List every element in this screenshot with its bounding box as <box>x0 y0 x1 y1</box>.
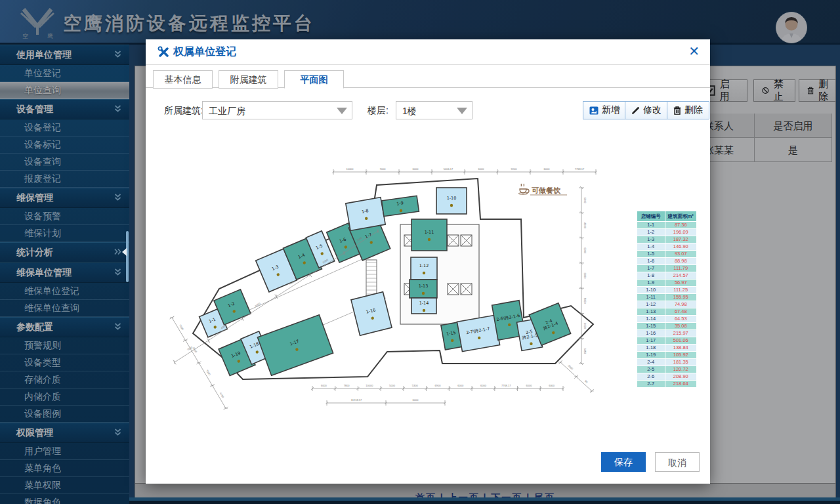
add-button[interactable]: 新增 <box>583 101 627 119</box>
area-row-1-5: 1-593.07 <box>637 251 696 258</box>
property-unit-dialog: 权属单位登记 ✕ 基本信息附属建筑平面图 所属建筑: 工业厂房 楼层: 1楼 新… <box>146 39 710 484</box>
cancel-button[interactable]: 取消 <box>655 452 700 472</box>
area-row-1-6: 1-688.98 <box>637 258 696 265</box>
area-row-1-4: 1-4146.90 <box>637 243 696 251</box>
svg-text:6000: 6000 <box>321 384 327 387</box>
shop-area-table: 店铺编号建筑面积m²1-187.361-2196.091-3187.321-41… <box>637 211 696 388</box>
dimension-line: 10000700060005006.176000590060007768.17 <box>332 167 597 175</box>
room-1-14[interactable]: 1-14 <box>411 298 436 314</box>
area-row-1-9: 1-956.97 <box>637 280 696 287</box>
trash-icon <box>673 106 681 115</box>
room-1-11[interactable]: 1-11 <box>411 219 447 251</box>
building-label: 所属建筑: <box>164 105 203 117</box>
floor-label: 楼层: <box>368 105 388 117</box>
room-1-8[interactable]: 1-8 <box>346 198 385 231</box>
sidebar-collapse-arrow-icon[interactable] <box>122 248 127 256</box>
room-1-10[interactable]: 1-10 <box>436 188 467 214</box>
tools-icon <box>158 46 170 58</box>
svg-text:6000: 6000 <box>583 247 587 254</box>
chevron-down-icon <box>337 108 347 114</box>
svg-text:7800: 7800 <box>344 384 350 387</box>
svg-text:6000: 6000 <box>478 167 485 171</box>
application-window: 空 鹰 空鹰消防设备远程监控平台 使用单位管理单位登记单位查询设备管理设备登记设… <box>0 0 840 504</box>
svg-text:4800: 4800 <box>583 222 587 229</box>
svg-text:6000: 6000 <box>549 384 555 387</box>
chevron-down-icon <box>457 108 467 114</box>
dialog-tabs: 基本信息附属建筑平面图 <box>153 70 344 89</box>
svg-text:50: 50 <box>584 379 589 384</box>
area-col-size: 建筑面积m² <box>665 211 696 222</box>
svg-text:5300: 5300 <box>412 384 419 387</box>
svg-text:6000: 6000 <box>583 198 587 204</box>
area-row-1-17: 1-17501.06 <box>637 337 696 345</box>
svg-text:11918.57: 11918.57 <box>351 398 362 402</box>
dimension-line: 6000780010000500053006900600060007768.17… <box>311 384 564 392</box>
tab-附属建筑[interactable]: 附属建筑 <box>219 70 278 89</box>
area-row-1-16: 1-16215.97 <box>637 330 696 337</box>
delete-button[interactable]: 删除 <box>667 101 709 119</box>
svg-text:7768.17: 7768.17 <box>501 384 511 387</box>
svg-text:1-14: 1-14 <box>419 301 429 306</box>
area-row-2-5: 2-5120.72 <box>637 366 696 373</box>
svg-text:6000: 6000 <box>526 384 532 387</box>
close-icon[interactable]: ✕ <box>688 43 700 59</box>
svg-text:1-12: 1-12 <box>419 263 429 268</box>
svg-text:1-11: 1-11 <box>425 230 434 235</box>
area-row-1-12: 1-1274.98 <box>637 301 696 308</box>
dialog-title: 权属单位登记 <box>173 45 236 59</box>
area-row-1-19: 1-19105.92 <box>637 352 696 359</box>
floor-select[interactable]: 1楼 <box>396 101 472 119</box>
svg-text:7768.17: 7768.17 <box>575 167 585 171</box>
svg-text:6000: 6000 <box>583 323 587 329</box>
svg-text:6000: 6000 <box>544 167 551 171</box>
area-row-1-11: 1-11155.95 <box>637 294 696 301</box>
area-row-1-13: 1-1367.48 <box>637 308 696 316</box>
area-row-1-15: 1-1535.08 <box>637 323 696 330</box>
area-row-2-7: 2-7218.64 <box>637 381 696 388</box>
area-row-1-10: 1-10111.25 <box>637 287 696 294</box>
tab-平面图[interactable]: 平面图 <box>284 70 344 89</box>
svg-text:6000: 6000 <box>480 384 487 387</box>
svg-text:6000: 6000 <box>413 167 419 171</box>
dimension-line: 11918.576000 <box>326 398 446 406</box>
svg-text:5000: 5000 <box>389 384 396 387</box>
room-1-12[interactable]: 1-12 <box>411 257 437 280</box>
svg-text:1-9: 1-9 <box>396 200 404 206</box>
area-row-1-14: 1-1464.53 <box>637 316 696 323</box>
add-image-icon <box>589 106 598 115</box>
building-select[interactable]: 工业厂房 <box>202 101 352 119</box>
area-row-1-7: 1-7111.79 <box>637 265 696 272</box>
svg-text:6900: 6900 <box>435 384 442 387</box>
svg-text:10000: 10000 <box>366 384 373 387</box>
svg-text:5900: 5900 <box>511 167 518 171</box>
area-col-shop: 店铺编号 <box>637 211 665 222</box>
area-row-1-8: 1-8214.57 <box>637 272 696 280</box>
area-row-2-4: 2-4181.35 <box>637 359 696 366</box>
room-1-13[interactable]: 1-13 <box>410 280 437 298</box>
svg-text:6000: 6000 <box>457 384 464 387</box>
svg-text:5006.17: 5006.17 <box>444 167 453 171</box>
svg-text:6000: 6000 <box>583 273 587 280</box>
svg-text:6000: 6000 <box>413 398 419 402</box>
area-row-1-1: 1-187.36 <box>637 222 696 229</box>
svg-text:可做餐饮: 可做餐饮 <box>532 186 561 194</box>
svg-text:1-13: 1-13 <box>419 284 429 289</box>
sidebar-scrollbar[interactable] <box>126 231 129 282</box>
room-2-7[interactable]: 2-7\跨2-1-7 <box>457 315 499 351</box>
svg-text:1-10: 1-10 <box>447 196 457 201</box>
tab-基本信息[interactable]: 基本信息 <box>153 70 213 89</box>
svg-text:5000: 5000 <box>583 298 587 304</box>
area-row-1-3: 1-3187.32 <box>637 236 696 243</box>
area-row-1-2: 1-2196.09 <box>637 229 696 236</box>
area-row-2-6: 2-6208.90 <box>637 373 696 381</box>
save-button[interactable]: 保存 <box>601 452 646 472</box>
floor-plan-drawing[interactable]: 1-11-21-191-181-171-161-31-41-51-61-71-8… <box>169 161 597 423</box>
area-row-1-18: 1-18138.84 <box>637 345 696 352</box>
svg-text:10000: 10000 <box>346 167 354 171</box>
dimension-line: 300050 <box>558 360 594 393</box>
edit-button[interactable]: 修改 <box>625 101 668 119</box>
title-divider <box>146 64 710 65</box>
svg-text:6450: 6450 <box>583 348 587 354</box>
svg-text:7000: 7000 <box>380 167 387 171</box>
restaurant-label: 可做餐饮 <box>518 184 567 195</box>
